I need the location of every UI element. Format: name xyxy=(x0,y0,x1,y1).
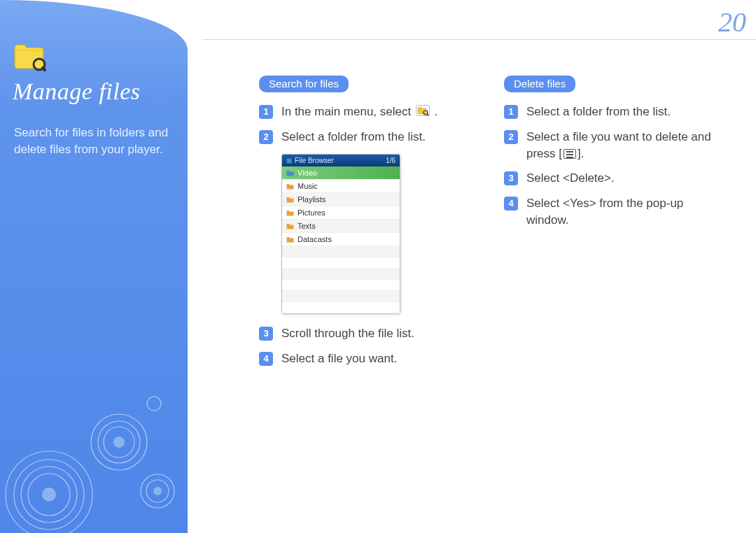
list-item-empty xyxy=(282,291,400,302)
delete-step-4: 4 Select <Yes> from the pop-up window. xyxy=(504,195,728,229)
list-item[interactable]: Playlists xyxy=(282,193,400,206)
step-number: 3 xyxy=(259,327,273,341)
step-text: Scroll through the file list. xyxy=(281,325,469,342)
section-heading-delete: Delete files xyxy=(504,76,575,92)
list-item-empty xyxy=(282,280,400,291)
step-number: 1 xyxy=(504,105,518,119)
step-number: 2 xyxy=(259,130,273,144)
delete-step-1: 1 Select a folder from the list. xyxy=(504,104,728,120)
file-browser-title: File Browser xyxy=(295,157,334,164)
search-steps: 1 In the main menu, select . 2 xyxy=(259,104,469,145)
page-description: Search for files in folders and delete f… xyxy=(14,125,175,158)
delete-step-3: 3 Select <Delete>. xyxy=(504,170,728,187)
delete-steps: 1 Select a folder from the list. 2 Selec… xyxy=(504,104,728,229)
list-item[interactable]: Music xyxy=(282,180,400,193)
page-number: 20 xyxy=(718,6,746,38)
file-browser-header: File Browser 1/6 xyxy=(282,155,400,166)
svg-line-1 xyxy=(43,68,46,71)
manual-page: Manage files Search for files in folders… xyxy=(0,0,756,533)
header-divider xyxy=(203,39,756,40)
list-item[interactable]: Video xyxy=(282,166,400,180)
list-item[interactable]: Datacasts xyxy=(282,233,400,246)
list-item-empty xyxy=(282,302,400,313)
delete-step-2: 2 Select a file you want to delete and p… xyxy=(504,129,728,162)
search-step-2: 2 Select a folder from the list. xyxy=(259,129,469,145)
search-step-4: 4 Select a file you want. xyxy=(259,350,469,367)
file-browser-screenshot: File Browser 1/6 Video Music Playlists xyxy=(281,154,400,314)
svg-point-12 xyxy=(42,488,56,502)
step-text: Select a folder from the list. xyxy=(526,104,728,120)
manage-files-icon xyxy=(13,41,46,71)
step-text: Select a file you want. xyxy=(281,350,469,367)
step-text: Select <Delete>. xyxy=(526,170,728,187)
delete-section: Delete files 1 Select a folder from the … xyxy=(504,76,728,237)
search-step-1: 1 In the main menu, select . xyxy=(259,104,469,120)
file-browser-count: 1/6 xyxy=(386,157,396,164)
step-text: Select a folder from the list. xyxy=(281,129,469,145)
svg-point-13 xyxy=(113,436,125,448)
list-item[interactable]: Pictures xyxy=(282,206,400,220)
decorative-circles xyxy=(0,372,189,533)
step-number: 1 xyxy=(259,105,273,119)
menu-button-icon[interactable] xyxy=(564,149,576,159)
section-heading-search: Search for files xyxy=(259,76,349,92)
step-text: In the main menu, select . xyxy=(281,104,469,120)
page-title: Manage files xyxy=(13,78,141,105)
list-item-empty xyxy=(282,246,400,257)
step-text: Select a file you want to delete and pre… xyxy=(526,129,728,162)
search-step-3: 3 Scroll through the file list. xyxy=(259,325,469,342)
search-steps-cont: 3 Scroll through the file list. 4 Select… xyxy=(259,325,469,367)
list-item-empty xyxy=(282,257,400,269)
step-number: 4 xyxy=(259,352,273,366)
list-item-empty xyxy=(282,269,400,280)
search-section: Search for files 1 In the main menu, sel… xyxy=(259,76,469,376)
list-item[interactable]: Texts xyxy=(282,220,400,233)
file-browser-list: Video Music Playlists Pictures Texts xyxy=(282,166,400,313)
step-text: Select <Yes> from the pop-up window. xyxy=(526,195,728,229)
step-number: 4 xyxy=(504,197,518,211)
svg-point-9 xyxy=(147,397,161,411)
step-number: 2 xyxy=(504,130,518,144)
svg-point-14 xyxy=(153,487,162,495)
browse-folder-icon[interactable] xyxy=(416,104,430,121)
sidebar: Manage files Search for files in folders… xyxy=(0,0,188,533)
step-number: 3 xyxy=(504,171,518,185)
